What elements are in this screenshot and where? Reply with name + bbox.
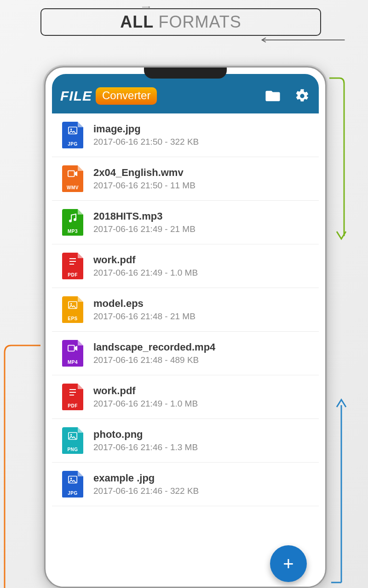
add-button[interactable]: + bbox=[270, 545, 307, 582]
file-subtitle: 2017-06-16 21:48 - 489 KB bbox=[93, 355, 215, 365]
image-file-icon: JPG bbox=[62, 471, 83, 498]
file-row[interactable]: JPGimage.jpg2017-06-16 21:50 - 322 KB bbox=[52, 113, 319, 157]
file-row[interactable]: PNGphoto.png2017-06-16 21:46 - 1.3 MB bbox=[52, 419, 319, 463]
svg-rect-4 bbox=[68, 171, 75, 177]
file-name: image.jpg bbox=[93, 123, 199, 135]
plus-icon: + bbox=[283, 554, 293, 574]
file-meta: image.jpg2017-06-16 21:50 - 322 KB bbox=[93, 123, 199, 147]
phone-frame: FILE Converter JPGimage.jpg2017-06-16 21… bbox=[44, 66, 327, 588]
file-row[interactable]: WMV2x04_English.wmv2017-06-16 21:50 - 11… bbox=[52, 157, 319, 201]
decoration-arrow-down-icon bbox=[328, 77, 347, 243]
svg-point-17 bbox=[70, 434, 72, 435]
file-meta: photo.png2017-06-16 21:46 - 1.3 MB bbox=[93, 429, 198, 452]
file-ext-label: JPG bbox=[68, 491, 78, 496]
video-file-icon: MP4 bbox=[62, 340, 83, 367]
audio-file-icon: MP3 bbox=[62, 209, 83, 236]
file-meta: work.pdf2017-06-16 21:49 - 1.0 MB bbox=[93, 254, 198, 278]
file-ext-label: MP4 bbox=[68, 360, 78, 365]
file-subtitle: 2017-06-16 21:49 - 21 MB bbox=[93, 224, 196, 234]
file-row[interactable]: EPSmodel.eps2017-06-16 21:48 - 21 MB bbox=[52, 288, 319, 332]
decoration-arrow-left-icon bbox=[0, 345, 41, 588]
doc-file-icon: PDF bbox=[62, 253, 83, 279]
file-row[interactable]: PDFwork.pdf2017-06-16 21:49 - 1.0 MB bbox=[52, 244, 319, 288]
file-subtitle: 2017-06-16 21:49 - 1.0 MB bbox=[93, 399, 198, 409]
arrow-right-icon bbox=[132, 6, 160, 8]
file-meta: 2018HITS.mp32017-06-16 21:49 - 21 MB bbox=[93, 210, 196, 234]
logo-badge: Converter bbox=[96, 87, 157, 105]
file-row[interactable]: MP32018HITS.mp32017-06-16 21:49 - 21 MB bbox=[52, 201, 319, 244]
file-subtitle: 2017-06-16 21:50 - 322 KB bbox=[93, 137, 199, 147]
folder-icon[interactable] bbox=[264, 88, 281, 104]
file-subtitle: 2017-06-16 21:49 - 1.0 MB bbox=[93, 268, 198, 278]
file-ext-label: MP3 bbox=[68, 229, 78, 234]
file-subtitle: 2017-06-16 21:48 - 21 MB bbox=[93, 311, 196, 322]
file-name: photo.png bbox=[93, 429, 198, 441]
decoration-arrow-up-icon bbox=[328, 395, 347, 583]
phone-power-button bbox=[326, 239, 327, 285]
file-meta: 2x04_English.wmv2017-06-16 21:50 - 11 MB bbox=[93, 167, 196, 191]
image-file-icon: PNG bbox=[62, 427, 83, 454]
file-row[interactable]: MP4landscape_recorded.mp42017-06-16 21:4… bbox=[52, 332, 319, 375]
file-meta: landscape_recorded.mp42017-06-16 21:48 -… bbox=[93, 341, 215, 365]
promo-banner: ALL FORMATS bbox=[40, 4, 321, 44]
gear-icon[interactable] bbox=[294, 88, 310, 104]
banner-title: ALL FORMATS bbox=[120, 12, 242, 32]
file-ext-label: PDF bbox=[68, 272, 78, 277]
svg-rect-12 bbox=[68, 345, 75, 351]
file-meta: example .jpg2017-06-16 21:46 - 322 KB bbox=[93, 472, 199, 496]
file-ext-label: WMV bbox=[67, 185, 79, 190]
file-name: 2018HITS.mp3 bbox=[93, 210, 196, 222]
svg-point-5 bbox=[69, 220, 72, 222]
svg-point-6 bbox=[74, 218, 76, 221]
file-name: example .jpg bbox=[93, 472, 199, 484]
file-ext-label: PDF bbox=[68, 403, 78, 408]
logo-text: FILE bbox=[60, 88, 92, 104]
file-name: 2x04_English.wmv bbox=[93, 167, 196, 179]
svg-point-11 bbox=[70, 303, 72, 305]
image-file-icon: EPS bbox=[62, 296, 83, 323]
doc-file-icon: PDF bbox=[62, 384, 83, 410]
app-screen: FILE Converter JPGimage.jpg2017-06-16 21… bbox=[52, 74, 319, 587]
image-file-icon: JPG bbox=[62, 122, 83, 148]
file-ext-label: PNG bbox=[67, 447, 78, 452]
file-ext-label: EPS bbox=[68, 316, 78, 321]
app-logo: FILE Converter bbox=[60, 87, 157, 105]
file-name: model.eps bbox=[93, 298, 196, 310]
app-header: FILE Converter bbox=[52, 74, 319, 113]
file-meta: work.pdf2017-06-16 21:49 - 1.0 MB bbox=[93, 385, 198, 409]
file-meta: model.eps2017-06-16 21:48 - 21 MB bbox=[93, 298, 196, 322]
svg-point-3 bbox=[70, 129, 72, 130]
file-name: landscape_recorded.mp4 bbox=[93, 341, 215, 353]
file-subtitle: 2017-06-16 21:50 - 11 MB bbox=[93, 181, 196, 191]
file-name: work.pdf bbox=[93, 254, 198, 266]
file-row[interactable]: PDFwork.pdf2017-06-16 21:49 - 1.0 MB bbox=[52, 375, 319, 419]
file-name: work.pdf bbox=[93, 385, 198, 397]
file-row[interactable]: JPGexample .jpg2017-06-16 21:46 - 322 KB bbox=[52, 463, 319, 506]
file-ext-label: JPG bbox=[68, 141, 78, 147]
svg-point-19 bbox=[70, 478, 72, 479]
arrow-left-icon bbox=[243, 38, 362, 42]
file-subtitle: 2017-06-16 21:46 - 1.3 MB bbox=[93, 442, 198, 452]
file-subtitle: 2017-06-16 21:46 - 322 KB bbox=[93, 486, 199, 496]
video-file-icon: WMV bbox=[62, 165, 83, 192]
file-list[interactable]: JPGimage.jpg2017-06-16 21:50 - 322 KBWMV… bbox=[52, 113, 319, 587]
